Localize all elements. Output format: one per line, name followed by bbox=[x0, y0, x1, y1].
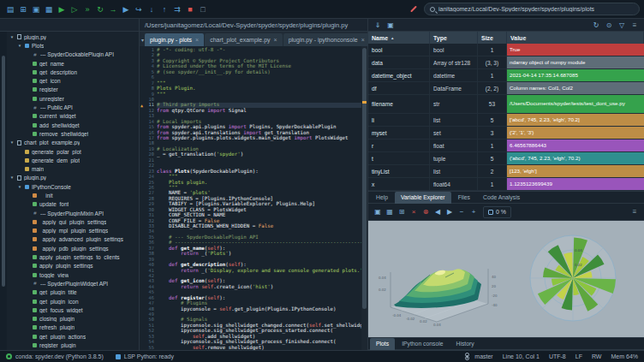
dem-surface-figure[interactable]: -0.04-0.020.020.04-40-2020400.020.04 bbox=[373, 224, 504, 334]
column-header-size[interactable]: Size bbox=[478, 32, 507, 44]
remove-plot-icon[interactable]: × bbox=[408, 207, 419, 217]
tab-plots[interactable]: Plots bbox=[370, 338, 395, 350]
run-cell-advance-icon[interactable]: » bbox=[81, 3, 93, 15]
close-tab-icon[interactable]: × bbox=[195, 37, 199, 43]
code-editor[interactable]: ▲ 12345678910111213141516171819202122232… bbox=[140, 46, 367, 350]
editor-tab[interactable]: plugin.py - plots× bbox=[145, 33, 204, 46]
new-file-icon[interactable]: ▤ bbox=[4, 3, 16, 15]
zoom-control[interactable]: 0 % bbox=[483, 206, 511, 218]
column-header-type[interactable]: Type bbox=[430, 32, 478, 44]
outline-item[interactable]: update_font bbox=[7, 200, 139, 209]
variable-row[interactable]: filenamestr53/Users/Documents/spyder/tes… bbox=[368, 95, 644, 114]
outline-item[interactable]: _apply_pdb_plugin_settings bbox=[7, 244, 139, 252]
variable-row[interactable]: boolbool1True bbox=[368, 44, 644, 56]
outline-item[interactable]: get_description bbox=[7, 68, 139, 76]
search-icon[interactable]: ⊙ bbox=[604, 20, 614, 30]
variable-row[interactable]: lilist5['abcd', 745, 2.23, 'efgh', 70.2] bbox=[368, 114, 644, 127]
run-selection-icon[interactable]: → bbox=[107, 3, 119, 15]
expander-icon[interactable]: ▼ bbox=[9, 140, 15, 145]
outline-item[interactable]: toggle_view bbox=[7, 270, 139, 279]
variable-value[interactable]: /Users/Documents/spyder/tests/test_dont_… bbox=[507, 95, 644, 113]
variable-value[interactable]: [123, 'efgh'] bbox=[507, 165, 644, 177]
plots-options-menu-icon[interactable]: ≡ bbox=[629, 207, 640, 217]
variable-value[interactable]: Column names: Col1, Col2 bbox=[507, 82, 644, 94]
variable-value[interactable]: ('abcd', 745, 2.23, 'efgh', 70.2) bbox=[507, 152, 644, 164]
close-tab-icon[interactable]: × bbox=[274, 37, 277, 43]
variable-value[interactable]: True bbox=[507, 44, 644, 56]
outline-item[interactable]: ▼IPythonConsole bbox=[7, 182, 139, 191]
outline-item[interactable]: remove_shellwidget bbox=[7, 129, 139, 138]
variable-row[interactable]: ttuple5('abcd', 745, 2.23, 'efgh', 70.2) bbox=[368, 152, 644, 165]
outline-item[interactable]: get_plugin_icon bbox=[7, 297, 139, 306]
outline-item[interactable]: #--- Public API bbox=[7, 103, 139, 111]
open-file-icon[interactable]: ⊞ bbox=[17, 3, 29, 15]
save-all-icon[interactable]: ▦ bbox=[43, 3, 55, 15]
expander-icon[interactable]: ▼ bbox=[17, 185, 22, 189]
editor-tab[interactable]: plugin.py - ipythonconsole× bbox=[283, 33, 370, 46]
zoom-in-icon[interactable]: + bbox=[468, 207, 479, 217]
outline-item[interactable]: get_icon bbox=[7, 76, 139, 85]
save-data-icon[interactable]: ▣ bbox=[385, 20, 396, 30]
expander-icon[interactable]: ▼ bbox=[17, 44, 22, 48]
outline-item[interactable]: get_name bbox=[7, 59, 139, 68]
close-tab-icon[interactable]: × bbox=[361, 37, 365, 43]
editor-scrollbar[interactable] bbox=[361, 46, 367, 350]
variable-row[interactable]: dfDataFrame(2, 2)Column names: Col1, Col… bbox=[368, 82, 644, 95]
variable-value[interactable]: 6.46567886443 bbox=[507, 139, 644, 151]
column-header-name[interactable]: Name▲ bbox=[368, 32, 430, 44]
outline-item[interactable]: _apply_advanced_plugin_settings bbox=[7, 235, 139, 244]
variable-row[interactable]: rfloat16.46567886443 bbox=[368, 139, 644, 152]
stop-icon[interactable]: ■ bbox=[184, 3, 196, 15]
step-over-icon[interactable]: ↪ bbox=[133, 3, 145, 15]
edit-icon[interactable] bbox=[408, 3, 420, 15]
refresh-icon[interactable]: ↻ bbox=[591, 20, 601, 30]
outline-item[interactable]: generate_polar_plot bbox=[7, 147, 139, 156]
outline-item[interactable]: #--- SpyderPluginMixin API bbox=[7, 209, 139, 217]
variable-row[interactable]: tinyListlist2[123, 'efgh'] bbox=[368, 165, 644, 178]
outline-item[interactable]: refresh_plugin bbox=[7, 323, 139, 332]
save-plot-icon[interactable]: ▣ bbox=[373, 207, 383, 217]
run-cell-icon[interactable]: ▷ bbox=[69, 3, 80, 15]
column-header-value[interactable]: Value bbox=[507, 32, 644, 44]
outline-item[interactable]: register bbox=[7, 86, 139, 94]
copy-plot-icon[interactable]: ⊞ bbox=[397, 207, 407, 217]
outline-item[interactable]: generate_dem_plot bbox=[7, 156, 139, 164]
run-icon[interactable]: ▶ bbox=[56, 3, 68, 15]
outline-item[interactable]: ▼Plots bbox=[7, 41, 139, 50]
polar-figure[interactable]: 0.020.04 bbox=[508, 224, 639, 334]
save-all-plots-icon[interactable]: ▦ bbox=[385, 207, 395, 217]
variable-row[interactable]: dataArray of str128(3, 3)ndarray object … bbox=[368, 56, 644, 69]
outline-item[interactable]: __init__ bbox=[7, 191, 139, 199]
variable-value[interactable]: 1.1235123699439 bbox=[507, 178, 644, 190]
editor-scrollbar-thumb[interactable] bbox=[362, 48, 367, 309]
tab-code-analysis[interactable]: Code Analysis bbox=[477, 192, 526, 204]
conda-status[interactable]: conda: spyder.dev (Python 3.8.5) bbox=[6, 353, 104, 359]
save-icon[interactable]: ▣ bbox=[30, 3, 42, 15]
rerun-cell-icon[interactable]: ↻ bbox=[94, 3, 106, 15]
outline-item[interactable]: ▼plugin.py bbox=[7, 33, 139, 41]
outline-item[interactable]: closing_plugin bbox=[7, 315, 139, 323]
next-plot-icon[interactable]: ▶ bbox=[444, 207, 455, 217]
tab-files[interactable]: Files bbox=[452, 192, 476, 204]
remove-all-plots-icon[interactable]: ⊗ bbox=[420, 207, 431, 217]
outline-scrollbar-thumb[interactable] bbox=[2, 56, 5, 287]
options-menu-icon[interactable]: ≡ bbox=[629, 20, 640, 30]
step-return-icon[interactable]: ↑ bbox=[158, 3, 170, 15]
outline-item[interactable]: register_plugin bbox=[7, 341, 139, 349]
outline-item[interactable]: current_widget bbox=[7, 112, 139, 121]
variable-row[interactable]: datetime_objectdatetime12021-04-14 17:35… bbox=[368, 69, 644, 82]
outline-item[interactable]: apply_plugin_settings_to_clients bbox=[7, 252, 139, 261]
zoom-out-icon[interactable]: − bbox=[456, 207, 467, 217]
editor-tab[interactable]: chart_plot_example.py× bbox=[205, 33, 283, 46]
import-data-icon[interactable]: ⇓ bbox=[373, 20, 383, 30]
outline-item[interactable]: #--- SpyderPluginWidget API bbox=[7, 279, 139, 288]
variable-value[interactable]: ndarray object of numpy module bbox=[507, 56, 644, 68]
expander-icon[interactable]: ▼ bbox=[9, 175, 15, 180]
tab-variable-explorer[interactable]: Variable Explorer bbox=[395, 192, 451, 204]
outline-item[interactable]: unregister bbox=[7, 94, 139, 103]
outline-item[interactable]: ▼chart_plot_example.py bbox=[7, 139, 139, 147]
variable-row[interactable]: xfloat6411.1235123699439 bbox=[368, 178, 644, 191]
outline-item[interactable]: get_focus_widget bbox=[7, 306, 139, 314]
tab-history[interactable]: History bbox=[450, 338, 480, 350]
variable-value[interactable]: 2021-04-14 17:35:14.687085 bbox=[507, 69, 644, 81]
